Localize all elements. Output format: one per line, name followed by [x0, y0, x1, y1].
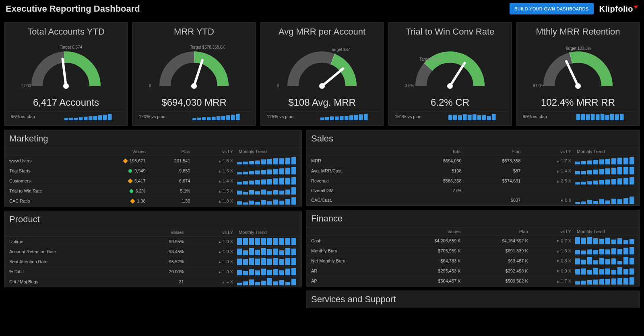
svg-rect-76 — [273, 169, 278, 174]
row-value: $4,206,659 K — [396, 236, 463, 246]
table-row: Uptime 99.95% 1.0 X — [4, 237, 301, 247]
svg-rect-197 — [617, 199, 622, 204]
row-plan: $292,498 K — [463, 266, 530, 276]
row-label: Revenue — [306, 176, 405, 186]
row-vsly: 1.0 X — [186, 247, 235, 257]
row-plan: 5.1% — [148, 186, 193, 196]
svg-point-25 — [319, 83, 325, 89]
svg-rect-47 — [492, 114, 496, 120]
brand-logo: Klipfolio — [599, 4, 638, 14]
row-vsly: 1.5 X — [193, 186, 235, 196]
row-value: $586,358 — [405, 176, 464, 186]
vs-plan-label: 125% vs plan — [264, 112, 317, 123]
gauge-card-4: Mthly MRR Retention Target 103.3% 97.0% … — [516, 22, 640, 126]
svg-rect-5 — [79, 117, 83, 120]
row-vsly: 1.4 X — [523, 166, 574, 176]
sales-section: Sales TotalPlanvs LYMonthly Trend MRR $6… — [306, 130, 640, 206]
svg-rect-195 — [605, 201, 610, 204]
row-spark — [574, 276, 640, 286]
row-vsly: 1.7 X — [523, 156, 574, 166]
svg-rect-221 — [581, 260, 586, 264]
status-marker — [130, 189, 133, 193]
svg-rect-240 — [575, 281, 580, 285]
row-label: AP — [306, 276, 396, 286]
svg-line-48 — [566, 61, 578, 86]
row-spark — [235, 176, 301, 186]
svg-rect-17 — [207, 117, 211, 120]
build-dashboard-button[interactable]: BUILD YOUR OWN DASHBOARDS — [510, 3, 594, 14]
svg-rect-136 — [273, 258, 278, 265]
row-plan: 6,674 — [148, 176, 193, 186]
row-spark — [574, 266, 640, 276]
row-plan — [464, 186, 523, 195]
row-spark — [574, 156, 640, 166]
svg-rect-20 — [221, 116, 225, 120]
row-spark — [574, 256, 640, 266]
svg-rect-95 — [267, 191, 272, 195]
gauge: Target 103.3% 97.0% — [526, 38, 630, 96]
table-row: CAC Ratio 1.38 1.39 1.8 X — [4, 196, 301, 206]
svg-rect-33 — [354, 115, 358, 120]
svg-rect-108 — [285, 199, 290, 205]
gauge-card-0: Total Accounts YTD Target 6,674 1,000 6,… — [4, 22, 128, 126]
gauge-readout: 6,417 Accounts — [33, 97, 99, 108]
table-row: Overall GM 77% — [306, 186, 640, 195]
svg-rect-199 — [630, 197, 634, 204]
svg-rect-115 — [267, 238, 272, 245]
section-title: Services and Support — [306, 291, 640, 308]
svg-rect-120 — [237, 249, 242, 256]
svg-rect-96 — [273, 190, 278, 195]
svg-rect-153 — [255, 282, 260, 285]
row-label: Seat Attention Rate — [4, 257, 137, 267]
row-spark — [574, 176, 640, 186]
svg-rect-171 — [581, 171, 586, 174]
gauge-title: Mthly MRR Retention — [536, 27, 620, 37]
svg-rect-114 — [261, 238, 266, 245]
row-vsly: 2.5 X — [523, 176, 574, 186]
svg-rect-131 — [243, 259, 248, 265]
svg-rect-85 — [267, 179, 272, 184]
svg-rect-94 — [261, 190, 266, 195]
svg-rect-73 — [255, 170, 260, 174]
row-vsly: 1.8 X — [193, 196, 235, 206]
svg-rect-19 — [217, 116, 221, 120]
svg-rect-65 — [267, 159, 272, 164]
table-row: Cash $4,206,659 K $4,164,592 K 0.7 X — [306, 236, 640, 246]
svg-rect-9 — [98, 115, 102, 120]
svg-rect-105 — [267, 201, 272, 205]
svg-rect-26 — [320, 117, 324, 120]
row-value: $504,457 K — [396, 276, 463, 286]
svg-rect-98 — [285, 190, 290, 195]
svg-rect-210 — [575, 250, 580, 254]
svg-rect-138 — [285, 258, 290, 265]
gauge-spark — [189, 112, 252, 123]
svg-rect-67 — [279, 158, 284, 164]
svg-rect-206 — [611, 240, 616, 244]
svg-rect-170 — [575, 171, 580, 174]
svg-rect-97 — [279, 191, 284, 195]
svg-line-24 — [322, 69, 343, 86]
svg-line-12 — [194, 60, 202, 86]
row-spark — [235, 257, 301, 267]
svg-rect-154 — [261, 281, 266, 285]
row-label: CAC Ratio — [4, 196, 90, 206]
svg-rect-232 — [587, 270, 592, 275]
svg-rect-164 — [599, 160, 604, 164]
row-spark — [574, 195, 640, 205]
table-row: MRR $694,030 $578,358 1.7 X — [306, 156, 640, 166]
row-label: Trial to Win Rate — [4, 186, 90, 196]
table-row: Trial to Win Rate 6.2% 5.1% 1.5 X — [4, 186, 301, 196]
row-value: $705,959 K — [396, 246, 463, 256]
svg-rect-166 — [611, 158, 616, 164]
svg-rect-193 — [593, 201, 598, 204]
svg-rect-79 — [291, 167, 296, 174]
svg-rect-2 — [64, 118, 68, 120]
svg-rect-243 — [593, 280, 598, 285]
svg-rect-40 — [458, 115, 462, 120]
svg-rect-124 — [261, 248, 266, 255]
svg-rect-244 — [599, 279, 604, 285]
svg-rect-140 — [237, 270, 242, 275]
table-row: Monthly Burn $705,959 K $691,839 K 1.3 X — [306, 246, 640, 256]
status-marker — [123, 158, 128, 164]
svg-rect-102 — [249, 201, 254, 205]
